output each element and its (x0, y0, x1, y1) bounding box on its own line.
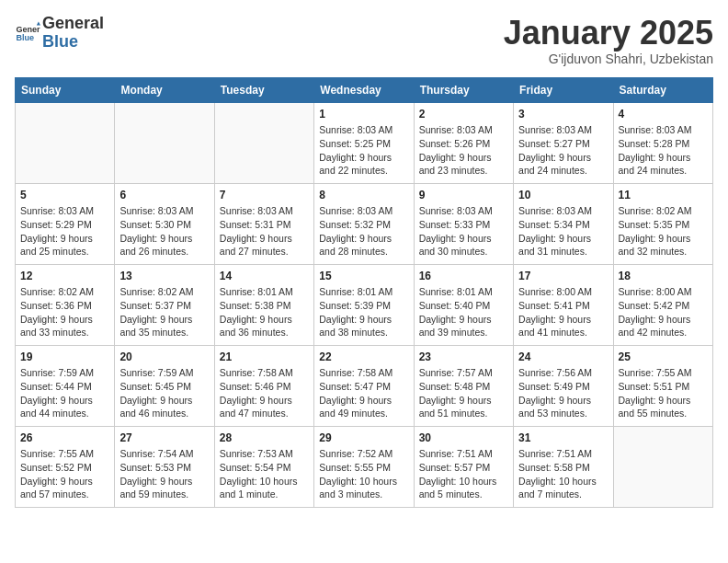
day-number: 3 (518, 107, 608, 122)
logo-blue-text: Blue (42, 32, 78, 51)
calendar-week-row: 5Sunrise: 8:03 AM Sunset: 5:29 PM Daylig… (16, 183, 713, 264)
calendar-cell (613, 426, 712, 507)
calendar-cell: 17Sunrise: 8:00 AM Sunset: 5:41 PM Dayli… (514, 264, 613, 345)
weekday-header-tuesday: Tuesday (214, 77, 313, 102)
weekday-header-friday: Friday (514, 77, 613, 102)
calendar-cell: 31Sunrise: 7:51 AM Sunset: 5:58 PM Dayli… (514, 426, 613, 507)
calendar-cell: 30Sunrise: 7:51 AM Sunset: 5:57 PM Dayli… (414, 426, 513, 507)
day-info: Sunrise: 8:00 AM Sunset: 5:42 PM Dayligh… (619, 285, 708, 339)
day-info: Sunrise: 7:51 AM Sunset: 5:57 PM Dayligh… (419, 447, 508, 501)
day-info: Sunrise: 8:00 AM Sunset: 5:41 PM Dayligh… (518, 285, 608, 339)
calendar-cell: 28Sunrise: 7:53 AM Sunset: 5:54 PM Dayli… (214, 426, 313, 507)
day-number: 17 (518, 269, 608, 284)
day-number: 18 (619, 269, 708, 284)
calendar-cell: 18Sunrise: 8:00 AM Sunset: 5:42 PM Dayli… (613, 264, 712, 345)
calendar-cell: 21Sunrise: 7:58 AM Sunset: 5:46 PM Dayli… (214, 345, 313, 426)
day-number: 26 (20, 431, 109, 446)
day-number: 29 (319, 431, 408, 446)
day-number: 20 (119, 350, 209, 365)
day-info: Sunrise: 7:53 AM Sunset: 5:54 PM Dayligh… (220, 447, 309, 501)
day-number: 22 (319, 350, 408, 365)
day-info: Sunrise: 8:02 AM Sunset: 5:35 PM Dayligh… (619, 204, 708, 259)
calendar-cell (214, 102, 313, 183)
calendar-cell: 15Sunrise: 8:01 AM Sunset: 5:39 PM Dayli… (314, 264, 414, 345)
day-info: Sunrise: 8:03 AM Sunset: 5:33 PM Dayligh… (419, 204, 508, 259)
day-number: 14 (220, 269, 309, 284)
day-info: Sunrise: 8:03 AM Sunset: 5:26 PM Dayligh… (419, 123, 508, 178)
day-info: Sunrise: 8:01 AM Sunset: 5:40 PM Dayligh… (419, 285, 508, 339)
calendar-cell (16, 102, 115, 183)
day-number: 1 (319, 107, 408, 122)
calendar-cell: 9Sunrise: 8:03 AM Sunset: 5:33 PM Daylig… (414, 183, 513, 264)
calendar-cell: 23Sunrise: 7:57 AM Sunset: 5:48 PM Dayli… (414, 345, 513, 426)
day-number: 8 (319, 188, 408, 203)
logo-general-text: General (42, 14, 104, 32)
day-info: Sunrise: 7:59 AM Sunset: 5:45 PM Dayligh… (119, 366, 209, 420)
calendar-table: SundayMondayTuesdayWednesdayThursdayFrid… (15, 77, 713, 508)
day-info: Sunrise: 8:03 AM Sunset: 5:27 PM Dayligh… (518, 123, 608, 178)
day-info: Sunrise: 7:51 AM Sunset: 5:58 PM Dayligh… (518, 447, 608, 501)
calendar-cell: 6Sunrise: 8:03 AM Sunset: 5:30 PM Daylig… (115, 183, 214, 264)
weekday-header-thursday: Thursday (414, 77, 513, 102)
day-info: Sunrise: 7:57 AM Sunset: 5:48 PM Dayligh… (419, 366, 508, 420)
calendar-week-row: 1Sunrise: 8:03 AM Sunset: 5:25 PM Daylig… (16, 102, 713, 183)
day-info: Sunrise: 7:52 AM Sunset: 5:55 PM Dayligh… (319, 447, 408, 501)
calendar-cell: 25Sunrise: 7:55 AM Sunset: 5:51 PM Dayli… (613, 345, 712, 426)
day-info: Sunrise: 8:02 AM Sunset: 5:37 PM Dayligh… (119, 285, 209, 339)
day-number: 7 (220, 188, 309, 203)
day-info: Sunrise: 7:54 AM Sunset: 5:53 PM Dayligh… (119, 447, 209, 501)
calendar-week-row: 19Sunrise: 7:59 AM Sunset: 5:44 PM Dayli… (16, 345, 713, 426)
weekday-header-row: SundayMondayTuesdayWednesdayThursdayFrid… (16, 77, 713, 102)
day-number: 28 (220, 431, 309, 446)
day-info: Sunrise: 8:01 AM Sunset: 5:38 PM Dayligh… (220, 285, 309, 339)
calendar-cell: 19Sunrise: 7:59 AM Sunset: 5:44 PM Dayli… (16, 345, 115, 426)
day-number: 12 (20, 269, 109, 284)
calendar-cell: 5Sunrise: 8:03 AM Sunset: 5:29 PM Daylig… (16, 183, 115, 264)
day-info: Sunrise: 8:03 AM Sunset: 5:32 PM Dayligh… (319, 204, 408, 259)
calendar-cell: 20Sunrise: 7:59 AM Sunset: 5:45 PM Dayli… (115, 345, 214, 426)
day-number: 15 (319, 269, 408, 284)
day-number: 9 (419, 188, 508, 203)
calendar-cell: 12Sunrise: 8:02 AM Sunset: 5:36 PM Dayli… (16, 264, 115, 345)
svg-marker-2 (37, 21, 40, 25)
day-info: Sunrise: 8:03 AM Sunset: 5:31 PM Dayligh… (220, 204, 309, 259)
calendar-cell: 10Sunrise: 8:03 AM Sunset: 5:34 PM Dayli… (514, 183, 613, 264)
day-info: Sunrise: 7:58 AM Sunset: 5:47 PM Dayligh… (319, 366, 408, 420)
location-subtitle: G'ijduvon Shahri, Uzbekistan (504, 52, 713, 66)
day-number: 30 (419, 431, 508, 446)
day-number: 23 (419, 350, 508, 365)
calendar-cell: 3Sunrise: 8:03 AM Sunset: 5:27 PM Daylig… (514, 102, 613, 183)
day-info: Sunrise: 8:03 AM Sunset: 5:34 PM Dayligh… (518, 204, 608, 259)
day-number: 11 (619, 188, 708, 203)
day-number: 25 (619, 350, 708, 365)
day-info: Sunrise: 8:03 AM Sunset: 5:30 PM Dayligh… (119, 204, 209, 259)
day-info: Sunrise: 7:55 AM Sunset: 5:51 PM Dayligh… (619, 366, 708, 420)
weekday-header-monday: Monday (115, 77, 214, 102)
calendar-cell: 11Sunrise: 8:02 AM Sunset: 5:35 PM Dayli… (613, 183, 712, 264)
calendar-cell: 16Sunrise: 8:01 AM Sunset: 5:40 PM Dayli… (414, 264, 513, 345)
page-header: General Blue General Blue January 2025 G… (15, 15, 713, 66)
day-number: 2 (419, 107, 508, 122)
day-info: Sunrise: 8:02 AM Sunset: 5:36 PM Dayligh… (20, 285, 109, 339)
calendar-cell: 1Sunrise: 8:03 AM Sunset: 5:25 PM Daylig… (314, 102, 414, 183)
calendar-cell: 13Sunrise: 8:02 AM Sunset: 5:37 PM Dayli… (115, 264, 214, 345)
day-number: 4 (619, 107, 708, 122)
day-info: Sunrise: 8:03 AM Sunset: 5:25 PM Dayligh… (319, 123, 408, 178)
day-info: Sunrise: 7:56 AM Sunset: 5:49 PM Dayligh… (518, 366, 608, 420)
weekday-header-sunday: Sunday (16, 77, 115, 102)
calendar-cell: 7Sunrise: 8:03 AM Sunset: 5:31 PM Daylig… (214, 183, 313, 264)
weekday-header-wednesday: Wednesday (314, 77, 414, 102)
day-info: Sunrise: 8:01 AM Sunset: 5:39 PM Dayligh… (319, 285, 408, 339)
logo: General Blue General Blue (15, 15, 104, 52)
day-number: 10 (518, 188, 608, 203)
day-info: Sunrise: 8:03 AM Sunset: 5:29 PM Dayligh… (20, 204, 109, 259)
day-number: 19 (20, 350, 109, 365)
month-title: January 2025 (504, 15, 713, 52)
svg-text:Blue: Blue (16, 33, 34, 42)
title-block: January 2025 G'ijduvon Shahri, Uzbekista… (504, 15, 713, 66)
calendar-cell: 4Sunrise: 8:03 AM Sunset: 5:28 PM Daylig… (613, 102, 712, 183)
calendar-cell: 14Sunrise: 8:01 AM Sunset: 5:38 PM Dayli… (214, 264, 313, 345)
day-number: 31 (518, 431, 608, 446)
day-number: 16 (419, 269, 508, 284)
calendar-cell: 26Sunrise: 7:55 AM Sunset: 5:52 PM Dayli… (16, 426, 115, 507)
